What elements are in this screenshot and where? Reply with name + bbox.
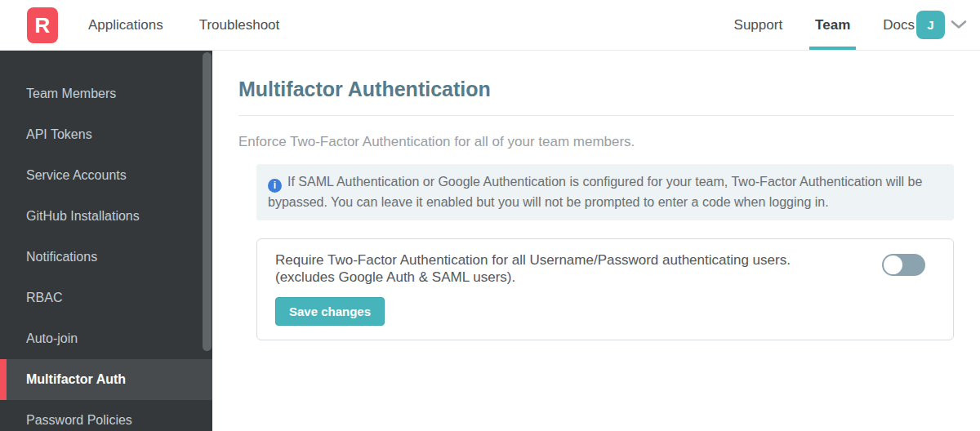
sidebar-item-github-installations[interactable]: GitHub Installations (0, 196, 212, 237)
nav-item-applications[interactable]: Applications (88, 0, 163, 50)
user-avatar[interactable]: J (916, 11, 945, 39)
top-navbar: R Applications Troubleshoot Support Team… (0, 0, 980, 51)
sidebar-item-auto-join[interactable]: Auto-join (0, 318, 212, 359)
nav-item-troubleshoot[interactable]: Troubleshoot (199, 0, 280, 50)
sidebar-item-api-tokens[interactable]: API Tokens (0, 114, 212, 155)
nav-item-team[interactable]: Team (815, 0, 850, 50)
sidebar-item-team-members[interactable]: Team Members (0, 73, 212, 114)
secondary-nav: Support Team Docs (734, 0, 915, 50)
sidebar-item-notifications[interactable]: Notifications (0, 237, 212, 278)
page-subtitle: Enforce Two-Factor Authentication for al… (238, 133, 954, 151)
title-divider (238, 115, 954, 116)
sidebar-item-multifactor-auth[interactable]: Multifactor Auth (0, 359, 212, 400)
setting-label-line2: (excludes Google Auth & SAML users). (275, 269, 866, 286)
setting-label-line1: Require Two-Factor Authentication for al… (275, 251, 866, 269)
info-banner: iIf SAML Authentication or Google Authen… (256, 164, 954, 220)
two-factor-setting-card: Require Two-Factor Authentication for al… (256, 238, 954, 340)
sidebar-nav-list: Team Members API Tokens Service Accounts… (0, 51, 212, 431)
toggle-knob (884, 255, 902, 274)
nav-item-support[interactable]: Support (734, 0, 783, 50)
sidebar-item-password-policies[interactable]: Password Policies (0, 400, 212, 431)
info-icon: i (268, 179, 282, 193)
sidebar-scrollbar-thumb[interactable] (203, 52, 212, 351)
two-factor-toggle[interactable] (882, 254, 925, 276)
page-title: Multifactor Authentication (238, 77, 954, 101)
sidebar-item-service-accounts[interactable]: Service Accounts (0, 155, 212, 196)
main-content: Multifactor Authentication Enforce Two-F… (212, 51, 980, 431)
info-banner-text: If SAML Authentication or Google Authent… (268, 175, 922, 209)
sidebar: Team Members API Tokens Service Accounts… (0, 51, 212, 431)
save-changes-button[interactable]: Save changes (275, 297, 385, 326)
app-logo[interactable]: R (27, 7, 58, 43)
nav-item-docs[interactable]: Docs (883, 0, 915, 50)
sidebar-item-rbac[interactable]: RBAC (0, 278, 212, 318)
setting-label: Require Two-Factor Authentication for al… (275, 251, 866, 286)
chevron-down-icon[interactable] (951, 20, 967, 29)
app-logo-letter: R (35, 15, 51, 36)
primary-nav: Applications Troubleshoot (88, 0, 279, 50)
